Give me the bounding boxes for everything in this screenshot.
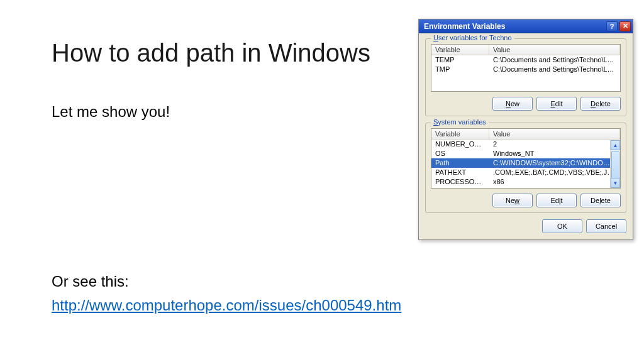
scroll-down-icon[interactable]: ▼ (611, 178, 620, 188)
list-item[interactable]: TMP C:\Documents and Settings\Techno\Loc… (431, 65, 620, 74)
col-variable-header[interactable]: Variable (431, 129, 489, 139)
listbox-header[interactable]: Variable Value (431, 129, 620, 140)
slide-title: How to add path in Windows (52, 39, 370, 67)
list-item[interactable]: PATHEXT .COM;.EXE;.BAT;.CMD;.VBS;.VBE;.J… (431, 168, 620, 177)
delete-button-system[interactable]: Delete (580, 194, 621, 207)
scroll-up-icon[interactable]: ▲ (611, 140, 620, 150)
environment-variables-dialog: Environment Variables ? ✕ User variables… (418, 19, 633, 240)
edit-button-system[interactable]: Edit (536, 194, 577, 207)
close-icon[interactable]: ✕ (619, 21, 631, 31)
new-button[interactable]: New (492, 97, 533, 111)
user-variables-listbox[interactable]: Variable Value TEMP C:\Documents and Set… (431, 44, 621, 92)
col-value-header[interactable]: Value (489, 45, 620, 55)
system-variables-listbox[interactable]: Variable Value NUMBER_OF_P... 2 OS Windo… (431, 128, 621, 189)
user-variables-label: User variables for Techno (431, 34, 514, 41)
list-item[interactable]: OS Windows_NT (431, 149, 620, 158)
system-variables-group: System variables Variable Value NUMBER_O… (425, 123, 626, 213)
col-value-header[interactable]: Value (489, 129, 620, 139)
list-item[interactable]: TEMP C:\Documents and Settings\Techno\Lo… (431, 55, 620, 65)
help-link[interactable]: http://www.computerhope.com/issues/ch000… (52, 297, 401, 314)
slide-subtitle: Let me show you! (52, 103, 170, 121)
new-button-system[interactable]: New (492, 194, 533, 207)
system-variables-label: System variables (431, 118, 489, 126)
help-icon[interactable]: ? (606, 21, 618, 31)
edit-button[interactable]: Edit (536, 97, 577, 111)
list-item[interactable]: NUMBER_OF_P... 2 (431, 140, 620, 149)
dialog-titlebar[interactable]: Environment Variables ? ✕ (419, 19, 633, 33)
ok-button[interactable]: OK (542, 219, 582, 233)
user-variables-group: User variables for Techno Variable Value… (425, 38, 626, 116)
scrollbar[interactable]: ▲ ▼ (610, 140, 620, 188)
listbox-header[interactable]: Variable Value (431, 45, 620, 55)
col-variable-header[interactable]: Variable (431, 45, 489, 55)
see-this-label: Or see this: (52, 273, 129, 290)
dialog-title: Environment Variables (424, 22, 604, 31)
list-item-selected[interactable]: Path C:\WINDOWS\system32;C:\WINDOWS;... (431, 158, 620, 168)
cancel-button[interactable]: Cancel (586, 219, 626, 233)
list-item[interactable]: PROCESSOR_A... x86 (431, 177, 620, 187)
delete-button[interactable]: Delete (580, 97, 621, 111)
